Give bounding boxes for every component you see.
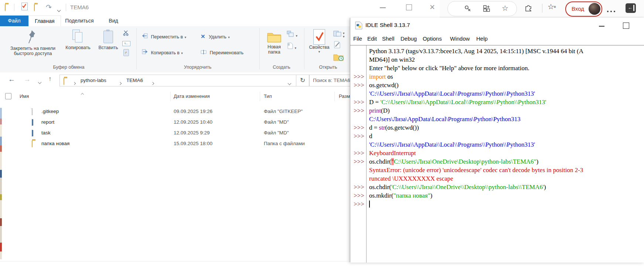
- scissors-icon: [123, 31, 129, 37]
- idle-window-title: IDLE Shell 3.13.7: [365, 22, 410, 28]
- menu-help[interactable]: Help: [476, 35, 488, 42]
- column-divider[interactable]: [170, 92, 171, 101]
- menu-edit[interactable]: Edit: [367, 35, 377, 42]
- properties-button[interactable]: Свойства ▾: [308, 28, 330, 69]
- sidebar-toggle-icon[interactable]: ←: [626, 3, 636, 13]
- column-divider[interactable]: [260, 92, 260, 101]
- folder-history-icon[interactable]: [333, 53, 344, 62]
- forward-button[interactable]: →: [24, 75, 31, 83]
- cut-button[interactable]: [123, 30, 129, 37]
- signin-button[interactable]: Вход: [565, 1, 602, 17]
- recent-locations-chevron-icon[interactable]: [38, 78, 41, 85]
- shell-line: os.getcwd(): [369, 81, 399, 89]
- maximize-button[interactable]: [406, 4, 412, 10]
- group-label-clipboard: Буфер обмена: [53, 65, 85, 70]
- menu-debug[interactable]: Debug: [401, 35, 417, 42]
- shell-line: [369, 200, 370, 208]
- history-button[interactable]: ▾: [333, 31, 341, 38]
- idle-minimize-button[interactable]: [599, 26, 604, 27]
- refresh-icon: ↻: [300, 77, 305, 84]
- collections-star-list-icon[interactable]: ☆≡: [548, 2, 554, 11]
- key-icon[interactable]: [464, 5, 471, 14]
- shell-text-area[interactable]: >>>>>>>>>>>>>>>>>>>>>>>>>>>>>>>>> Python…: [350, 45, 644, 263]
- column-header-name[interactable]: Имя: [20, 93, 29, 99]
- paste-shortcut-button[interactable]: ↱: [123, 49, 129, 56]
- column-header-date[interactable]: Дата изменения: [174, 93, 210, 99]
- move-to-button[interactable]: Переместить в ▾: [142, 33, 186, 40]
- pin-quick-access-button[interactable]: Закрепить на панели быстрого доступа: [5, 28, 61, 69]
- shell-line: D = 'C:\\Users\\Лиза\\AppData\\Local\\Pr…: [369, 98, 546, 106]
- ribbon-divider: [136, 28, 137, 69]
- column-header-type[interactable]: Тип: [264, 93, 272, 99]
- menu-window[interactable]: Window: [450, 35, 470, 42]
- back-button[interactable]: ←: [8, 75, 15, 83]
- paste-icon: [103, 30, 113, 44]
- menu-file[interactable]: File: [353, 35, 362, 42]
- up-button[interactable]: ↑: [48, 75, 52, 83]
- search-input[interactable]: Поиск в: ТЕМА6: [313, 78, 350, 83]
- signin-label: Вход: [572, 6, 584, 12]
- paste-button[interactable]: Вставить: [95, 28, 121, 69]
- breadcrumb-chevron-icon[interactable]: [73, 79, 75, 86]
- shell-prompt: >>>: [350, 106, 364, 115]
- address-bar-end: ☆: [447, 1, 517, 16]
- close-button[interactable]: ✕: [429, 3, 435, 11]
- new-folder-button[interactable]: Новая папка: [262, 28, 286, 69]
- copy-to-button[interactable]: Копировать в ▾: [142, 49, 183, 56]
- edit-button[interactable]: [334, 41, 341, 50]
- explorer-titlebar[interactable]: ↷ TEMA6 ✕: [0, 0, 440, 16]
- more-dots-icon[interactable]: [606, 7, 616, 14]
- copy-path-button[interactable]: \\...: [122, 41, 130, 46]
- history-icon: [333, 31, 341, 38]
- shell-line: d = str(os.getcwd()): [369, 123, 419, 132]
- breadcrumb-chevron-icon[interactable]: [151, 79, 154, 86]
- menu-options[interactable]: Options: [423, 35, 442, 42]
- dropdown-arrow-icon: ▾: [181, 51, 183, 55]
- undo-icon[interactable]: ↷: [46, 3, 52, 11]
- window-title: TEMA6: [70, 4, 89, 10]
- profile-avatar[interactable]: [589, 3, 600, 15]
- customize-quick-access-chevron-icon[interactable]: [58, 6, 60, 13]
- properties-check-icon[interactable]: [21, 3, 28, 10]
- notebook-icon: [32, 130, 33, 137]
- select-all-checkbox[interactable]: [5, 93, 11, 99]
- dropdown-arrow-icon: ▾: [296, 34, 297, 38]
- column-divider[interactable]: [334, 92, 335, 101]
- shell-line: SyntaxError: (unicode error) 'unicodeesc…: [369, 166, 583, 174]
- extensions-puzzle-icon[interactable]: [524, 4, 532, 13]
- tab-file[interactable]: Файл: [0, 16, 28, 26]
- delete-button[interactable]: ✕ Удалить ▾: [201, 33, 230, 40]
- copy-button[interactable]: Копировать: [63, 28, 93, 69]
- group-label-organize: Упорядочить: [184, 65, 211, 70]
- divider: [14, 4, 14, 11]
- rename-button[interactable]: Переименовать: [201, 49, 243, 56]
- menu-shell[interactable]: Shell: [382, 35, 394, 42]
- shell-prompt: >>>: [350, 183, 364, 191]
- file-row[interactable]: report12.09.2025 10:40Файл "MD": [0, 117, 350, 128]
- address-bar[interactable]: python-labs TEMA6: [59, 75, 297, 86]
- easy-access-button[interactable]: ▾: [287, 31, 297, 38]
- tab-share[interactable]: Поделиться: [64, 16, 95, 26]
- copy-to-icon: [142, 49, 148, 55]
- idle-maximize-button[interactable]: [623, 23, 629, 29]
- file-row[interactable]: task12.09.2025 9:29Файл "MD": [0, 128, 350, 138]
- group-label-open: Открыть: [319, 65, 337, 70]
- minimize-button[interactable]: [380, 7, 386, 8]
- idle-titlebar[interactable]: IDLE Shell 3.13.7: [350, 18, 644, 33]
- file-row[interactable]: папка новая15.09.2025 18:00Папка с файла…: [0, 138, 350, 149]
- file-row[interactable]: .gitkeep09.09.2025 19:26Файл "GITKEEP": [0, 106, 350, 117]
- refresh-button[interactable]: ↻: [296, 75, 309, 86]
- favorites-star-icon[interactable]: ☆: [502, 4, 508, 13]
- breadcrumb-chevron-icon[interactable]: [119, 79, 121, 86]
- tab-view[interactable]: Вид: [103, 16, 124, 26]
- copy-icon: [72, 30, 84, 44]
- address-dropdown-chevron-icon[interactable]: [288, 79, 291, 86]
- new-item-button[interactable]: ▾: [287, 42, 296, 51]
- breadcrumb-python-labs[interactable]: python-labs: [81, 78, 106, 83]
- collections-add-icon[interactable]: [483, 5, 490, 14]
- new-folder-quick-icon[interactable]: [34, 4, 35, 11]
- rename-icon: [201, 49, 207, 55]
- folder-icon: [32, 140, 33, 147]
- tab-home[interactable]: Главная: [28, 16, 61, 27]
- breadcrumb-tema6[interactable]: TEMA6: [126, 78, 143, 83]
